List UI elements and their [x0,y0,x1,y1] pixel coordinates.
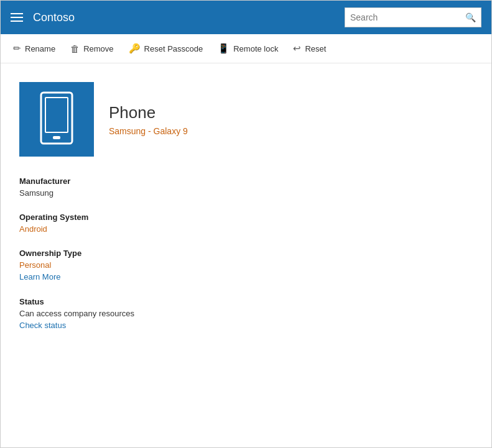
content-area: Phone Samsung - Galaxy 9 Manufacturer Sa… [1,63,491,447]
hamburger-menu[interactable] [11,13,23,22]
reset-passcode-button[interactable]: 🔑 Reset Passcode [129,40,203,57]
phone-icon [38,91,75,147]
manufacturer-value: Samsung [19,188,473,198]
manufacturer-label: Manufacturer [19,176,473,186]
device-header: Phone Samsung - Galaxy 9 [19,82,473,157]
svg-rect-2 [53,136,60,139]
device-name: Phone [109,103,188,122]
ownership-section: Ownership Type Personal Learn More [19,249,473,282]
ownership-value: Personal [19,260,473,270]
rename-icon: ✏ [13,43,21,54]
device-info: Phone Samsung - Galaxy 9 [109,103,188,136]
manufacturer-section: Manufacturer Samsung [19,176,473,198]
search-icon: 🔍 [465,12,476,22]
os-section: Operating System Android [19,213,473,234]
remote-lock-button[interactable]: 📱 Remote lock [218,40,278,57]
reset-passcode-icon: 🔑 [129,43,141,54]
device-image [19,82,94,157]
remove-button[interactable]: 🗑 Remove [70,41,113,57]
search-input[interactable] [350,12,465,22]
rename-button[interactable]: ✏ Rename [13,40,55,57]
app-window: Contoso 🔍 ✏ Rename 🗑 Remove 🔑 Reset Pass… [0,0,492,448]
remove-icon: 🗑 [70,43,80,54]
reset-button[interactable]: ↩ Reset [293,40,326,57]
learn-more-link[interactable]: Learn More [19,272,60,281]
status-section: Status Can access company resources Chec… [19,297,473,331]
ownership-label: Ownership Type [19,249,473,258]
os-label: Operating System [19,213,473,222]
remote-lock-icon: 📱 [218,43,230,54]
toolbar: ✏ Rename 🗑 Remove 🔑 Reset Passcode 📱 Rem… [1,34,491,63]
svg-rect-1 [45,98,68,132]
check-status-link[interactable]: Check status [19,321,66,330]
device-model: Samsung - Galaxy 9 [109,126,188,136]
search-box[interactable]: 🔍 [345,7,481,27]
status-label: Status [19,297,473,306]
reset-icon: ↩ [293,43,301,54]
os-value: Android [19,224,473,234]
status-value: Can access company resources [19,309,473,318]
header: Contoso 🔍 [1,1,491,34]
app-title: Contoso [33,11,345,24]
